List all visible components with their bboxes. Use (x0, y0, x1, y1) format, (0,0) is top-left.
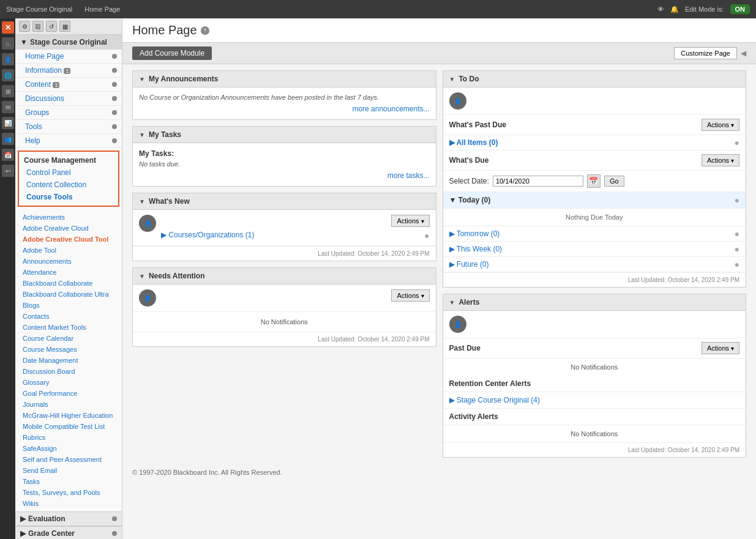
main-header: Home Page ? (122, 18, 756, 43)
tool-glossary[interactable]: Glossary (15, 377, 122, 388)
whats-new-actions-button[interactable]: Actions (391, 215, 429, 227)
past-due-actions-button[interactable]: Actions (702, 119, 739, 131)
tomorrow-label: Tomorrow (457, 229, 489, 238)
chart-icon[interactable]: 📊 (2, 117, 14, 129)
stage-course-link[interactable]: ▶ Stage Course Original (4) (449, 396, 540, 404)
globe-icon[interactable]: 🌐 (2, 69, 14, 81)
envelope-icon[interactable]: ✉ (2, 101, 14, 113)
sidebar-item-home[interactable]: Home Page (15, 50, 122, 64)
control-panel-link[interactable]: Control Panel (21, 166, 116, 179)
arrow-icon[interactable]: ↩ (2, 165, 14, 177)
tasks-label: My Tasks: (139, 149, 174, 158)
this-week-row[interactable]: ▶ This Week (0) ● (443, 242, 746, 257)
page-info-icon[interactable]: ? (201, 26, 209, 35)
future-row[interactable]: ▶ Future (0) ● (443, 257, 746, 272)
today-header: ▼ Today (0) ● (443, 192, 746, 209)
notification-icon[interactable]: 🔔 (670, 6, 679, 13)
tool-send-email[interactable]: Send Email (15, 465, 122, 476)
whats-past-due-header: What's Past Due Actions (443, 115, 746, 135)
sidebar-item-content[interactable]: Content 1 (15, 78, 122, 92)
go-button[interactable]: Go (604, 176, 624, 187)
alerts-actions-button[interactable]: Actions (702, 342, 739, 354)
alerts-header: ▼ Alerts (443, 294, 746, 311)
link-btn[interactable]: ⛓ (32, 21, 43, 32)
calendar-icon[interactable]: 📅 (2, 149, 14, 161)
content-collection-link[interactable]: Content Collection (21, 179, 116, 191)
tool-contacts[interactable]: Contacts (15, 311, 122, 322)
preview-icon[interactable]: 👁 (657, 6, 664, 13)
tool-discussion-board[interactable]: Discussion Board (15, 366, 122, 377)
alerts-past-due-header: Past Due Actions (443, 338, 746, 359)
sidebar-item-groups[interactable]: Groups (15, 106, 122, 120)
add-module-button[interactable]: Add Course Module (132, 46, 212, 60)
sidebar-course-header[interactable]: ▼ Stage Course Original (15, 35, 122, 50)
tool-goal-performance[interactable]: Goal Performance (15, 388, 122, 399)
sidebar-item-help[interactable]: Help (15, 134, 122, 148)
whats-due-header: What's Due Actions (443, 151, 746, 171)
calendar-picker-icon[interactable]: 📅 (587, 174, 601, 188)
users-icon[interactable]: 👥 (2, 133, 14, 145)
today-dot: ● (735, 195, 739, 205)
needs-attention-empty: No Notifications (133, 312, 436, 332)
more-announcements-link[interactable]: more announcements... (352, 105, 429, 113)
layout-btn[interactable]: ▦ (59, 21, 70, 32)
course-tools-link[interactable]: Course Tools (21, 191, 116, 203)
tool-bb-collaborate[interactable]: Blackboard Collaborate (15, 278, 122, 289)
tool-wikis[interactable]: Wikis (15, 498, 122, 509)
info-dot (112, 68, 117, 73)
sidebar-item-information[interactable]: Information 1 (15, 64, 122, 78)
person-icon[interactable]: 👤 (2, 53, 14, 65)
home-icon[interactable]: ⌂ (2, 37, 14, 50)
courses-organizations-link[interactable]: ▶ Courses/Organizations (1) (161, 231, 254, 239)
tool-course-messages[interactable]: Course Messages (15, 344, 122, 355)
tool-attendance[interactable]: Attendance (15, 267, 122, 278)
tool-announcements[interactable]: Announcements (15, 256, 122, 267)
todo-avatar-row: 👤 (443, 87, 746, 115)
close-icon[interactable]: ✕ (2, 21, 14, 34)
tool-rubrics[interactable]: Rubrics (15, 432, 122, 443)
whats-due-actions-button[interactable]: Actions (702, 154, 739, 166)
tool-blogs[interactable]: Blogs (15, 300, 122, 311)
activity-no-notif: No Notifications (443, 425, 746, 442)
tool-self-peer[interactable]: Self and Peer Assessment (15, 454, 122, 465)
all-items-row[interactable]: ▶ All Items (0) ● (443, 135, 746, 151)
alerts-past-due-label: Past Due (449, 344, 481, 352)
whats-new-content: Actions ▶ Courses/Organizations (1) ● (161, 215, 430, 240)
grid-icon[interactable]: ⊞ (2, 85, 14, 97)
customize-page-button[interactable]: Customize Page (674, 47, 737, 59)
collapse-icon[interactable]: ◀ (741, 49, 746, 58)
tool-course-calendar[interactable]: Course Calendar (15, 333, 122, 344)
tasks-panel: ▼ My Tasks My Tasks: No tasks due. more … (132, 126, 436, 187)
tool-tasks[interactable]: Tasks (15, 476, 122, 487)
sidebar-item-tools[interactable]: Tools (15, 120, 122, 134)
grade-center-header[interactable]: ▶ Grade Center (15, 526, 122, 539)
topbar-course-title: Stage Course Original (6, 6, 72, 13)
alerts-avatar: 👤 (449, 316, 466, 333)
settings-btn[interactable]: ⚙ (19, 21, 30, 32)
tool-bb-collaborate-ultra[interactable]: Blackboard Collaborate Ultra (15, 289, 122, 300)
courses-row: ▶ Courses/Organizations (1) ● (161, 227, 430, 239)
needs-attention-footer: Last Updated: October 14, 2020 2:49 PM (133, 332, 436, 346)
tool-adobe-creative-cloud-tool[interactable]: Adobe Creative Cloud Tool (15, 234, 122, 245)
needs-attention-content: Actions (161, 289, 430, 302)
tomorrow-row[interactable]: ▶ Tomorrow (0) ● (443, 226, 746, 242)
date-input[interactable] (493, 176, 583, 187)
course-tools-section: Achievements Adobe Creative Cloud Adobe … (15, 209, 122, 511)
tool-content-market[interactable]: Content Market Tools (15, 322, 122, 333)
tool-mcgraw-hill[interactable]: McGraw-Hill Higher Education (15, 410, 122, 421)
tool-adobe-tool[interactable]: Adobe Tool (15, 245, 122, 256)
tool-date-management[interactable]: Date Management (15, 355, 122, 366)
tool-adobe-creative-cloud[interactable]: Adobe Creative Cloud (15, 223, 122, 234)
refresh-btn[interactable]: ↺ (46, 21, 57, 32)
tool-safeassign[interactable]: SafeAssign (15, 443, 122, 454)
tool-mobile-test[interactable]: Mobile Compatible Test List (15, 421, 122, 432)
tool-achievements[interactable]: Achievements (15, 212, 122, 223)
sidebar-item-groups-label: Groups (25, 108, 49, 117)
needs-attention-actions-button[interactable]: Actions (391, 289, 429, 302)
tool-tests-surveys[interactable]: Tests, Surveys, and Pools (15, 487, 122, 498)
evaluation-header[interactable]: ▶ Evaluation (15, 511, 122, 526)
more-tasks-link[interactable]: more tasks... (387, 171, 430, 180)
sidebar-item-discussions[interactable]: Discussions (15, 92, 122, 106)
announcements-body: No Course or Organization Announcements … (133, 87, 436, 119)
tool-journals[interactable]: Journals (15, 399, 122, 410)
